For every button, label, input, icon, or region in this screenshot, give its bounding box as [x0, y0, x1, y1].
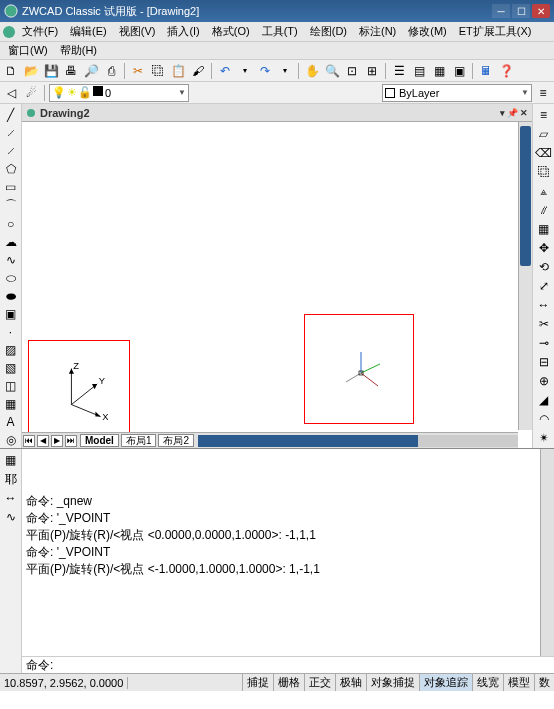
publish-icon[interactable]: ⎙: [102, 62, 120, 80]
menu-窗口(W)[interactable]: 窗口(W): [2, 43, 54, 57]
cmd-vscrollbar[interactable]: [540, 449, 554, 656]
menu-标注(N)[interactable]: 标注(N): [353, 23, 402, 39]
break-icon[interactable]: ⊟: [535, 353, 553, 371]
color-combo[interactable]: ByLayer ▼: [382, 84, 532, 102]
maximize-button[interactable]: ☐: [512, 4, 530, 18]
tab-pin-icon[interactable]: 📌: [507, 108, 518, 118]
drawing-canvas[interactable]: Z Y X ⏮ ◀ ▶ ⏭ Model 布局1 布局2: [22, 122, 532, 448]
menu-插入(I)[interactable]: 插入(I): [161, 23, 205, 39]
fillet-icon[interactable]: ◠: [535, 410, 553, 428]
erase-icon[interactable]: ⌫: [535, 144, 553, 162]
rect-icon[interactable]: ▭: [2, 178, 20, 195]
close-button[interactable]: ✕: [532, 4, 550, 18]
rotate-icon[interactable]: ⟲: [535, 258, 553, 276]
menu-ET扩展工具(X)[interactable]: ET扩展工具(X): [453, 23, 538, 39]
zoom-win-icon[interactable]: ⊡: [343, 62, 361, 80]
array-icon[interactable]: ▦: [535, 220, 553, 238]
status-数[interactable]: 数: [534, 674, 554, 691]
command-history[interactable]: 命令: _qnew命令: '_VPOINT平面(P)/旋转(R)/<视点 <0.…: [22, 449, 554, 657]
trim-icon[interactable]: ✂: [535, 315, 553, 333]
doc-tab-label[interactable]: Drawing2: [40, 107, 90, 119]
help-icon[interactable]: ❓: [497, 62, 515, 80]
layer-mgr-icon[interactable]: ☄: [22, 84, 40, 102]
misc-icon[interactable]: ∿: [2, 508, 20, 526]
new-icon[interactable]: 🗋: [2, 62, 20, 80]
status-正交[interactable]: 正交: [304, 674, 335, 691]
preview-icon[interactable]: 🔎: [82, 62, 100, 80]
zoom-prev-icon[interactable]: ⊞: [363, 62, 381, 80]
print-icon[interactable]: 🖶: [62, 62, 80, 80]
calc-icon[interactable]: 🖩: [477, 62, 495, 80]
layer-combo[interactable]: 💡 ☀ 🔓 0 ▼: [49, 84, 189, 102]
tab-next-icon[interactable]: ▶: [51, 435, 63, 447]
match-icon[interactable]: 🖌: [189, 62, 207, 80]
tab-prev-icon[interactable]: ◀: [37, 435, 49, 447]
layout1-tab[interactable]: 布局1: [121, 434, 157, 447]
area-icon[interactable]: ▱: [535, 125, 553, 143]
menu-文件(F)[interactable]: 文件(F): [16, 23, 64, 39]
polygon-icon[interactable]: ⬠: [2, 160, 20, 177]
cline-icon[interactable]: ⟋: [2, 124, 20, 141]
menu-帮助(H)[interactable]: 帮助(H): [54, 43, 103, 57]
status-捕捉[interactable]: 捕捉: [242, 674, 273, 691]
donut-icon[interactable]: ◎: [2, 431, 20, 448]
tab-dd-icon[interactable]: ▾: [500, 108, 505, 118]
point-icon[interactable]: ·: [2, 323, 20, 340]
stretch-icon[interactable]: ↔: [535, 296, 553, 314]
extend-icon[interactable]: ⊸: [535, 334, 553, 352]
menu-绘图(D)[interactable]: 绘图(D): [304, 23, 353, 39]
status-对象捕捉[interactable]: 对象捕捉: [366, 674, 419, 691]
copy-icon[interactable]: ⿻: [535, 163, 553, 181]
command-input[interactable]: [61, 658, 550, 672]
status-线宽[interactable]: 线宽: [472, 674, 503, 691]
save-icon[interactable]: 💾: [42, 62, 60, 80]
menu-编辑(E)[interactable]: 编辑(E): [64, 23, 113, 39]
model-tab[interactable]: Model: [80, 434, 119, 447]
pline-icon[interactable]: ⟋: [2, 142, 20, 159]
tab-last-icon[interactable]: ⏭: [65, 435, 77, 447]
undo-dd-icon[interactable]: ▾: [236, 62, 254, 80]
join-icon[interactable]: ⊕: [535, 372, 553, 390]
line-icon[interactable]: ╱: [2, 106, 20, 123]
move-icon[interactable]: ✥: [535, 239, 553, 257]
table-icon[interactable]: ▦: [2, 395, 20, 412]
dim-icon[interactable]: ↔: [2, 489, 20, 507]
arc-icon[interactable]: ⌒: [2, 196, 20, 214]
props-icon[interactable]: ☰: [390, 62, 408, 80]
zoom-rt-icon[interactable]: 🔍: [323, 62, 341, 80]
sheet-icon[interactable]: ▤: [410, 62, 428, 80]
undo-icon[interactable]: ↶: [216, 62, 234, 80]
spline-icon[interactable]: ∿: [2, 251, 20, 268]
menu-修改(M)[interactable]: 修改(M): [402, 23, 453, 39]
mirror-icon[interactable]: ⟁: [535, 182, 553, 200]
region-icon[interactable]: ◫: [2, 377, 20, 394]
status-栅格[interactable]: 栅格: [273, 674, 304, 691]
status-对象追踪[interactable]: 对象追踪: [419, 674, 472, 691]
pan-icon[interactable]: ✋: [303, 62, 321, 80]
menu-工具(T)[interactable]: 工具(T): [256, 23, 304, 39]
scale-icon[interactable]: ⤢: [535, 277, 553, 295]
tab-close-icon[interactable]: ✕: [520, 108, 528, 118]
menu-视图(V)[interactable]: 视图(V): [113, 23, 162, 39]
toolpal-icon[interactable]: ▦: [430, 62, 448, 80]
explode-icon[interactable]: ✴: [535, 429, 553, 447]
status-极轴[interactable]: 极轴: [335, 674, 366, 691]
tab-first-icon[interactable]: ⏮: [23, 435, 35, 447]
hscrollbar[interactable]: [198, 435, 518, 447]
hatch-icon[interactable]: ▨: [2, 341, 20, 358]
circle-icon[interactable]: ○: [2, 215, 20, 232]
redo-dd-icon[interactable]: ▾: [276, 62, 294, 80]
offset-icon[interactable]: ⫽: [535, 201, 553, 219]
dist-icon[interactable]: ≡: [535, 106, 553, 124]
revcloud-icon[interactable]: ☁: [2, 233, 20, 250]
paste-icon[interactable]: 📋: [169, 62, 187, 80]
ltype-icon[interactable]: ≡: [534, 84, 552, 102]
mtext-icon[interactable]: A: [2, 413, 20, 430]
coords-readout[interactable]: 10.8597, 2.9562, 0.0000: [0, 677, 128, 689]
redo-icon[interactable]: ↷: [256, 62, 274, 80]
status-模型[interactable]: 模型: [503, 674, 534, 691]
cut-icon[interactable]: ✂: [129, 62, 147, 80]
text-icon[interactable]: 耶: [2, 470, 20, 488]
open-icon[interactable]: 📂: [22, 62, 40, 80]
menu-格式(O)[interactable]: 格式(O): [206, 23, 256, 39]
